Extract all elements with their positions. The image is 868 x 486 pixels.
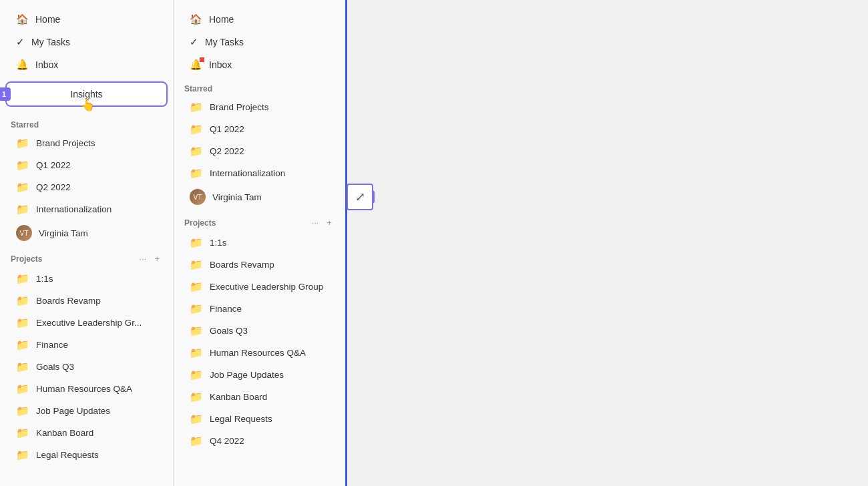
folder-yellow-icon-left: 📁 [16,383,29,395]
exec-leadership-label-right: Executive Leadership Group [210,282,323,292]
folder-coral-icon-left: 📁 [16,449,29,461]
starred-internationalization[interactable]: 📁 Internationalization [5,199,168,220]
folder-1s-icon-left: 📁 [16,272,29,285]
starred-q1-2022[interactable]: 📁 Q1 2022 [5,155,168,176]
home-label-right: Home [209,14,234,25]
folder-purple2-icon: 📁 [16,181,29,194]
projects-title-left: Projects [11,254,133,264]
internationalization-label-right: Internationalization [210,168,285,178]
mytasks-label-right: My Tasks [205,37,244,47]
starred-virginia-right[interactable]: VT Virginia Tam 2 ⤢ [179,185,340,209]
folder-finance-icon-right: 📁 [190,302,203,315]
starred-virginia-tam[interactable]: VT Virginia Tam [5,221,168,245]
starred-q2-2022[interactable]: 📁 Q2 2022 [5,177,168,198]
nav-mytasks-left[interactable]: ✓ My Tasks [5,31,168,53]
projects-more-button-left[interactable]: ··· [137,252,150,265]
q2-2022-label: Q2 2022 [36,182,71,192]
folder-pink-icon: 📁 [16,137,29,150]
q2-2022-label-right: Q2 2022 [210,146,244,156]
avatar-virginia: VT [16,225,32,241]
job-page-label-left: Job Page Updates [36,406,110,416]
nav-home-left[interactable]: 🏠 Home [5,9,168,30]
project-goals-q3-right[interactable]: 📁 Goals Q3 [179,320,340,341]
nav-inbox-left[interactable]: 🔔 Inbox [5,54,168,75]
kanban-label-right: Kanban Board [210,392,267,402]
folder-purple-icon: 📁 [16,159,29,172]
starred-header-right: Starred [174,76,345,96]
insights-wrapper: 1 Insights 👆 [5,81,168,107]
project-kanban-left[interactable]: 📁 Kanban Board [5,423,168,443]
legal-label-left: Legal Requests [36,450,99,460]
folder-hotpink-icon-left: 📁 [16,316,29,329]
finance-label-right: Finance [210,304,242,314]
folder-hotpink-icon-right: 📁 [190,280,203,293]
projects-add-button-left[interactable]: + [152,252,162,265]
goals-q3-label-right: Goals Q3 [210,326,248,336]
project-job-page-right[interactable]: 📁 Job Page Updates [179,364,340,385]
project-finance-right[interactable]: 📁 Finance [179,298,340,319]
project-goals-q3-left[interactable]: 📁 Goals Q3 [5,356,168,377]
projects-add-button-right[interactable]: + [324,216,335,229]
badge-1: 1 [0,87,11,101]
inbox-label-left: Inbox [35,59,58,70]
home-label-left: Home [35,14,60,25]
starred-header-left: Starred [0,112,173,132]
brand-projects-label: Brand Projects [36,138,95,148]
project-exec-leadership-left[interactable]: 📁 Executive Leadership Gr... [5,312,168,333]
kanban-label-left: Kanban Board [36,428,93,438]
q1-2022-label-right: Q1 2022 [210,124,244,134]
brand-projects-label-right: Brand Projects [210,102,269,112]
folder-purple-icon-right: 📁 [190,123,203,136]
starred-q2-2022-right[interactable]: 📁 Q2 2022 [179,141,340,162]
project-legal-right[interactable]: 📁 Legal Requests [179,409,340,429]
resize-handle[interactable]: ⤢ [347,184,373,210]
main-content: 🏠 Home ✓ My Tasks 🔔 Inbox Starred 📁 Bran… [174,0,868,486]
starred-brand-projects-right[interactable]: 📁 Brand Projects [179,97,340,117]
project-hr-qa-right[interactable]: 📁 Human Resources Q&A [179,342,340,363]
nav-mytasks-right[interactable]: ✓ My Tasks [179,31,340,53]
right-sidebar: 🏠 Home ✓ My Tasks 🔔 Inbox Starred 📁 Bran… [174,0,347,486]
gray-content-area [347,0,868,486]
starred-q1-2022-right[interactable]: 📁 Q1 2022 [179,119,340,140]
nav-inbox-right[interactable]: 🔔 Inbox [179,54,340,75]
bell-icon-left: 🔔 [16,59,29,71]
project-job-page-left[interactable]: 📁 Job Page Updates [5,401,168,421]
projects-more-button-right[interactable]: ··· [309,216,322,229]
folder-green-icon: 📁 [16,203,29,216]
hr-qa-label-left: Human Resources Q&A [36,384,132,394]
starred-internationalization-right[interactable]: 📁 Internationalization [179,163,340,184]
avatar-virginia-right: VT [190,189,206,205]
virginia-tam-label-right: Virginia Tam [212,192,262,202]
q1-2022-label: Q1 2022 [36,160,71,170]
left-sidebar: 🏠 Home ✓ My Tasks 🔔 Inbox 1 Insights 👆 S… [0,0,174,486]
folder-kanban-icon-left: 📁 [16,427,29,439]
folder-teal-icon-left: 📁 [16,405,29,417]
notification-dot [200,57,204,62]
folder-blue-icon-left: 📁 [16,294,29,307]
boards-revamp-label-right: Boards Revamp [210,260,274,270]
project-legal-left[interactable]: 📁 Legal Requests [5,445,168,465]
projects-header-left: Projects ··· + [0,246,173,268]
move-icon: ⤢ [355,190,365,204]
insights-button[interactable]: Insights [5,81,168,107]
starred-brand-projects[interactable]: 📁 Brand Projects [5,133,168,154]
projects-title-right: Projects [184,218,305,228]
folder-yellow-icon-right: 📁 [190,346,203,359]
nav-home-right[interactable]: 🏠 Home [179,9,340,30]
folder-green-icon-right: 📁 [190,167,203,180]
project-1s-label-right: 1:1s [210,238,227,248]
project-kanban-right[interactable]: 📁 Kanban Board [179,387,340,407]
project-boards-revamp-right[interactable]: 📁 Boards Revamp [179,254,340,275]
project-hr-qa-left[interactable]: 📁 Human Resources Q&A [5,379,168,399]
project-exec-leadership-right[interactable]: 📁 Executive Leadership Group [179,276,340,297]
project-1s-right[interactable]: 📁 1:1s [179,232,340,253]
project-q4-2022-right[interactable]: 📁 Q4 2022 [179,431,340,451]
project-1s-label-left: 1:1s [36,274,53,284]
mytasks-label-left: My Tasks [31,37,70,47]
projects-header-right: Projects ··· + [174,210,345,232]
project-boards-revamp-left[interactable]: 📁 Boards Revamp [5,290,168,311]
project-finance-left[interactable]: 📁 Finance [5,334,168,355]
q4-2022-label-right: Q4 2022 [210,436,244,446]
finance-label-left: Finance [36,340,68,350]
project-1s-left[interactable]: 📁 1:1s [5,268,168,289]
